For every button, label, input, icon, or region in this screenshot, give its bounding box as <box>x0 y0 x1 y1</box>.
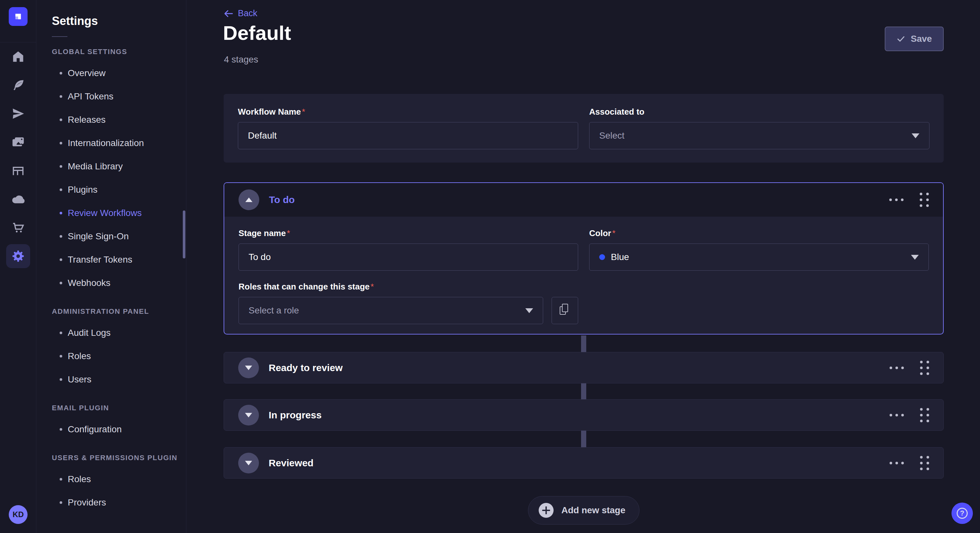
drag-handle-icon[interactable] <box>920 193 929 207</box>
sidebar-item-users[interactable]: Users <box>37 368 186 391</box>
sidebar-item-up-roles[interactable]: Roles <box>37 468 186 491</box>
page-title: Default <box>223 21 291 44</box>
bullet-icon <box>60 282 62 284</box>
stage-name-text: Ready to review <box>269 362 342 373</box>
associated-to-select[interactable]: Select <box>589 122 929 149</box>
sidebar-scrollbar-thumb[interactable] <box>183 211 185 259</box>
expand-toggle-button[interactable] <box>238 405 259 425</box>
drag-handle-icon[interactable] <box>920 408 929 422</box>
sidebar-item-webhooks[interactable]: Webhooks <box>37 271 186 295</box>
required-asterisk: * <box>302 107 305 117</box>
workflow-info-panel: Workflow Name* Associated to Select <box>224 94 944 163</box>
question-mark-icon: ? <box>957 508 968 519</box>
more-options-icon[interactable] <box>889 364 905 372</box>
chevron-down-icon <box>911 255 919 260</box>
collapse-toggle-button[interactable] <box>239 189 259 210</box>
user-avatar[interactable]: KD <box>9 505 27 524</box>
stage-card-ready-to-review: Ready to review <box>224 352 944 383</box>
save-button[interactable]: Save <box>885 27 944 51</box>
strapi-logo-glyph <box>13 11 24 22</box>
more-options-icon[interactable] <box>889 196 904 204</box>
bullet-icon <box>60 428 62 431</box>
chevron-down-icon <box>245 461 252 465</box>
plus-icon <box>539 503 554 518</box>
chevron-down-icon <box>245 413 252 417</box>
workflow-name-label: Workflow Name <box>238 107 301 117</box>
page-subtitle: 4 stages <box>224 54 258 65</box>
stage-card-reviewed: Reviewed <box>224 447 944 479</box>
sidebar-item-audit-logs[interactable]: Audit Logs <box>37 321 186 344</box>
associated-to-placeholder: Select <box>599 130 625 141</box>
back-link[interactable]: Back <box>224 8 257 19</box>
sidebar-item-single-sign-on[interactable]: Single Sign-On <box>37 225 186 248</box>
color-label: Color <box>589 228 611 238</box>
media-images-icon[interactable] <box>0 128 36 156</box>
roles-select[interactable]: Select a role <box>239 297 543 324</box>
more-options-icon[interactable] <box>889 459 905 467</box>
workflow-name-input[interactable] <box>238 122 578 149</box>
bullet-icon <box>60 332 62 334</box>
back-arrow-icon <box>224 10 233 17</box>
roles-placeholder: Select a role <box>248 305 299 316</box>
sidebar-nav: GLOBAL SETTINGS Overview API Tokens Rele… <box>37 47 186 514</box>
copy-icon <box>560 304 568 315</box>
color-select[interactable]: Blue <box>589 244 929 271</box>
active-tile <box>6 244 30 268</box>
drag-handle-icon[interactable] <box>920 361 929 375</box>
required-asterisk: * <box>371 282 374 292</box>
section-email-plugin: EMAIL PLUGIN <box>52 403 186 413</box>
home-icon[interactable] <box>0 43 36 71</box>
sidebar-title: Settings <box>52 14 186 28</box>
sidebar-item-internationalization[interactable]: Internationalization <box>37 132 186 155</box>
paper-plane-icon[interactable] <box>0 99 36 128</box>
cloud-icon[interactable] <box>0 185 36 213</box>
sidebar-item-overview[interactable]: Overview <box>37 62 186 85</box>
settings-gear-icon[interactable] <box>0 242 36 270</box>
stage-name-input[interactable] <box>239 244 578 271</box>
expand-toggle-button[interactable] <box>238 357 259 378</box>
chevron-down-icon <box>912 133 920 138</box>
more-options-icon[interactable] <box>889 411 905 419</box>
section-global-settings: GLOBAL SETTINGS <box>52 47 186 57</box>
bullet-icon <box>60 142 62 144</box>
settings-sidebar: Settings GLOBAL SETTINGS Overview API To… <box>37 0 186 533</box>
bullet-icon <box>60 501 62 504</box>
feather-content-icon[interactable] <box>0 71 36 99</box>
stage-editor-body: Stage name* Color* Blue <box>224 217 943 334</box>
sidebar-item-providers[interactable]: Providers <box>37 491 186 514</box>
duplicate-roles-button[interactable] <box>552 297 578 324</box>
stage-card-to-do: To do Stage name* Color* <box>224 182 944 335</box>
stage-card-in-progress: In progress <box>224 399 944 431</box>
bullet-icon <box>60 95 62 98</box>
stage-name-label: Stage name <box>239 228 286 238</box>
bullet-icon <box>60 72 62 75</box>
sidebar-item-media-library[interactable]: Media Library <box>37 155 186 178</box>
strapi-logo-icon[interactable] <box>9 7 27 26</box>
sidebar-item-api-tokens[interactable]: API Tokens <box>37 85 186 108</box>
bullet-icon <box>60 189 62 191</box>
marketplace-cart-icon[interactable] <box>0 213 36 242</box>
sidebar-item-plugins[interactable]: Plugins <box>37 178 186 201</box>
sidebar-item-review-workflows[interactable]: Review Workflows <box>37 201 186 225</box>
sidebar-item-transfer-tokens[interactable]: Transfer Tokens <box>37 248 186 271</box>
bullet-icon <box>60 355 62 357</box>
required-asterisk: * <box>612 228 616 238</box>
expand-toggle-button[interactable] <box>238 453 259 473</box>
bullet-icon <box>60 212 62 214</box>
color-swatch-blue <box>599 254 605 260</box>
sidebar-item-releases[interactable]: Releases <box>37 108 186 132</box>
chevron-down-icon <box>525 308 533 313</box>
layout-panels-icon[interactable] <box>0 156 36 185</box>
bullet-icon <box>60 119 62 121</box>
chevron-up-icon <box>245 198 253 202</box>
drag-handle-icon[interactable] <box>920 456 929 470</box>
section-administration-panel: ADMINISTRATION PANEL <box>52 306 186 317</box>
sidebar-item-admin-roles[interactable]: Roles <box>37 344 186 368</box>
back-label: Back <box>238 8 257 19</box>
sidebar-item-email-configuration[interactable]: Configuration <box>37 418 186 441</box>
help-button[interactable]: ? <box>951 503 973 524</box>
add-new-stage-button[interactable]: Add new stage <box>528 496 640 525</box>
rail-icon-list <box>0 43 36 270</box>
sidebar-title-divider <box>52 36 67 37</box>
roles-label: Roles that can change this stage <box>239 282 370 292</box>
